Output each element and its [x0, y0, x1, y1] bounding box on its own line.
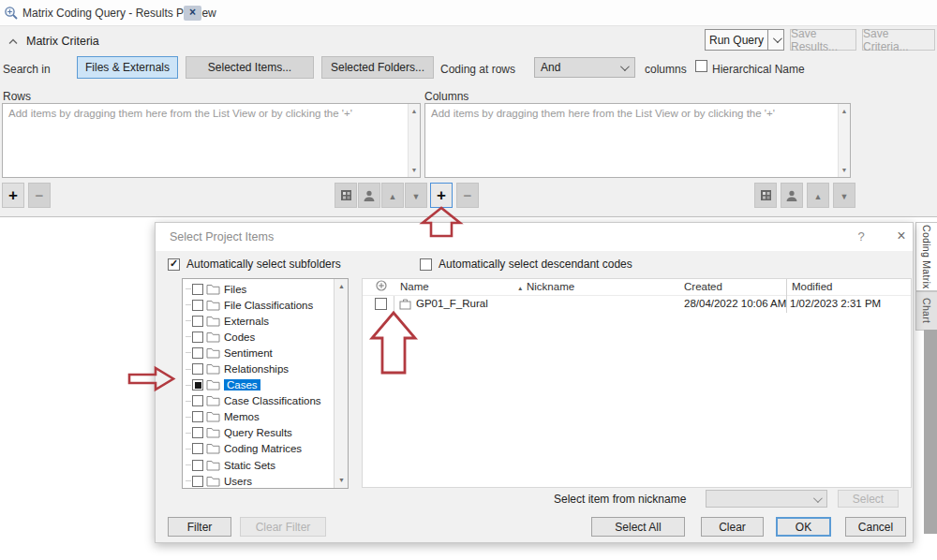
operator-dropdown[interactable]: And	[534, 57, 635, 78]
columns-section-label: Columns	[424, 90, 468, 103]
chevron-down-icon	[813, 494, 823, 503]
clear-button[interactable]: Clear	[701, 517, 764, 537]
rows-scrollbar[interactable]	[408, 104, 420, 177]
save-results-button[interactable]: Save Results...	[790, 29, 856, 51]
auto-subfolders-label: Automatically select subfolders	[186, 258, 341, 271]
auto-descendants-checkbox[interactable]	[420, 258, 432, 271]
table-row[interactable]: GP01_F_Rural 28/04/2022 10:06 AM 1/02/20…	[363, 296, 911, 312]
rows-move-down-button[interactable]	[405, 183, 427, 208]
person-icon	[363, 189, 376, 202]
folder-icon	[206, 476, 220, 487]
tree-guide	[186, 464, 191, 465]
tree-item-codes[interactable]: Codes	[183, 329, 348, 345]
rows-add-button[interactable]: +	[2, 183, 24, 208]
row-checkbox checked[interactable]	[375, 298, 387, 310]
dialog-titlebar[interactable]: Select Project Items ? ×	[156, 223, 913, 251]
tab-chart[interactable]: Chart	[915, 291, 937, 331]
folder-icon	[206, 379, 220, 391]
column-header-created[interactable]: Created	[684, 281, 722, 292]
columns-move-down-button[interactable]	[833, 183, 855, 208]
tree-scrollbar[interactable]	[334, 279, 348, 488]
tree-guide	[186, 304, 191, 305]
select-button[interactable]: Select	[838, 490, 899, 508]
rows-remove-button[interactable]: −	[28, 183, 51, 208]
filter-button[interactable]: Filter	[168, 517, 231, 537]
minus-icon: −	[464, 188, 472, 202]
chevron-down-icon	[772, 34, 781, 43]
columns-scrollbar[interactable]	[838, 104, 850, 177]
person-icon	[785, 189, 798, 202]
tree-item-static-sets[interactable]: Static Sets	[183, 457, 348, 473]
hierarchical-name-label: Hierarchical Name	[712, 63, 805, 76]
tree-item-relationships[interactable]: Relationships	[183, 361, 348, 376]
columns-user-button[interactable]	[781, 183, 803, 208]
files-externals-button[interactable]: Files & Externals	[77, 56, 178, 79]
checkbox[interactable]	[192, 443, 203, 454]
rows-thumbnail-button[interactable]	[335, 183, 357, 208]
table-header[interactable]: Name Nickname Created Modified	[363, 279, 911, 296]
scroll-up-icon[interactable]	[335, 280, 348, 293]
columns-add-button[interactable]: +	[430, 183, 453, 208]
tree-item-files[interactable]: Files	[183, 281, 348, 297]
rows-user-button[interactable]	[358, 183, 380, 208]
tree-item-externals[interactable]: Externals	[183, 313, 348, 329]
plus-icon: +	[8, 187, 18, 203]
right-scrollbar[interactable]	[924, 330, 937, 534]
column-header-nickname[interactable]: Nickname	[527, 281, 574, 292]
auto-subfolders-checkbox[interactable]	[168, 258, 180, 271]
columns-thumbnail-button[interactable]	[754, 183, 777, 208]
columns-remove-button[interactable]: −	[456, 183, 479, 208]
tree-item-case-classifications[interactable]: Case Classifications	[183, 393, 348, 409]
hierarchical-name-checkbox[interactable]	[695, 60, 707, 72]
collapse-chevron-icon[interactable]	[8, 38, 18, 45]
rows-move-up-button[interactable]	[381, 183, 404, 208]
rows-dropzone[interactable]: Add items by dragging them here from the…	[2, 103, 421, 178]
column-header-name[interactable]: Name	[400, 281, 429, 292]
scroll-down-icon[interactable]	[409, 164, 420, 176]
checkbox[interactable]	[192, 476, 203, 487]
scroll-down-icon[interactable]	[839, 164, 850, 176]
selected-items-button[interactable]: Selected Items...	[186, 56, 314, 79]
tree-item-memos[interactable]: Memos	[183, 409, 348, 425]
tree-item-query-results[interactable]: Query Results	[183, 425, 348, 441]
tree-guide	[186, 480, 191, 481]
run-query-dropdown-button[interactable]	[768, 29, 784, 51]
project-tree: Files File Classifications Externals Cod…	[182, 278, 349, 489]
cancel-button[interactable]: Cancel	[845, 517, 906, 537]
checkbox[interactable]	[192, 363, 203, 375]
run-query-button[interactable]: Run Query	[705, 29, 768, 51]
ok-button[interactable]: OK	[776, 517, 831, 537]
tab-coding-matrix[interactable]: Coding Matrix	[915, 222, 937, 291]
help-icon[interactable]: ?	[854, 229, 869, 243]
columns-move-up-button[interactable]	[807, 183, 829, 208]
scroll-up-icon[interactable]	[409, 105, 420, 117]
tree-item-file-classifications[interactable]: File Classifications	[183, 297, 348, 313]
selected-folders-button[interactable]: Selected Folders...	[321, 56, 434, 79]
clear-filter-button[interactable]: Clear Filter	[240, 517, 326, 537]
scroll-down-icon[interactable]	[335, 474, 348, 487]
checkbox[interactable]	[192, 427, 203, 438]
checkbox[interactable]	[192, 332, 203, 343]
tree-item-users[interactable]: Users	[183, 473, 348, 489]
arrow-down-icon	[412, 189, 421, 202]
tree-item-coding-matrices[interactable]: Coding Matrices	[183, 441, 348, 457]
tree-guide	[186, 320, 191, 321]
nickname-dropdown[interactable]	[706, 490, 827, 508]
checkbox-partial[interactable]	[192, 379, 203, 391]
close-icon[interactable]: ×	[893, 228, 910, 244]
select-all-button[interactable]: Select All	[591, 517, 685, 537]
checkbox[interactable]	[192, 316, 203, 327]
checkbox[interactable]	[192, 347, 203, 359]
checkbox[interactable]	[192, 395, 203, 406]
close-tab-icon[interactable]: ×	[184, 6, 201, 21]
checkbox[interactable]	[192, 284, 203, 295]
columns-dropzone[interactable]: Add items by dragging them here from the…	[424, 103, 851, 178]
checkbox[interactable]	[192, 300, 203, 311]
tree-item-cases[interactable]: Cases	[183, 377, 348, 393]
column-header-modified[interactable]: Modified	[792, 281, 832, 292]
scroll-up-icon[interactable]	[839, 105, 850, 117]
save-criteria-button[interactable]: Save Criteria...	[862, 29, 935, 51]
tree-item-sentiment[interactable]: Sentiment	[183, 345, 348, 361]
checkbox[interactable]	[192, 411, 203, 422]
checkbox[interactable]	[192, 460, 203, 471]
